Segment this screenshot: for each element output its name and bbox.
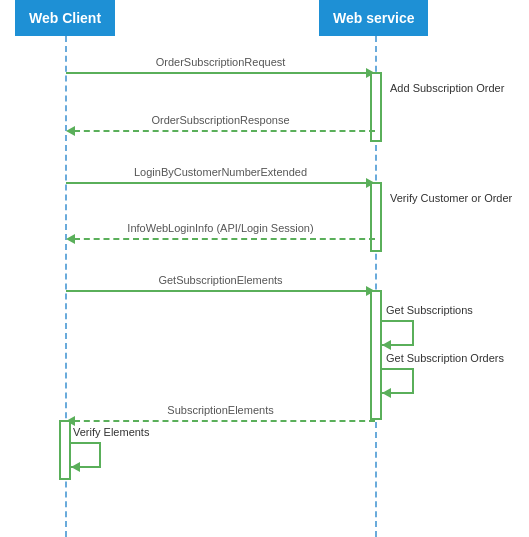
message-label-3: LoginByCustomerNumberExtended (134, 166, 307, 178)
activation-box-ws-2 (370, 182, 382, 252)
self-message-label-verify-elements: Verify Elements (73, 426, 149, 438)
message-label-5: GetSubscriptionElements (158, 274, 282, 286)
message-subscription-elements: SubscriptionElements (66, 420, 375, 422)
sequence-diagram: Web Client Web service OrderSubscription… (0, 0, 529, 537)
message-label-4: InfoWebLoginInfo (API/Login Session) (127, 222, 313, 234)
lifeline-header-webclient: Web Client (15, 0, 115, 36)
note-verify-customer: Verify Customer or Order (390, 192, 512, 204)
message-order-subscription-response: OrderSubscriptionResponse (66, 130, 375, 132)
message-info-web-login: InfoWebLoginInfo (API/Login Session) (66, 238, 375, 240)
self-message-label-subscriptions: Get Subscriptions (386, 304, 473, 316)
message-get-subscription-elements: GetSubscriptionElements (66, 290, 375, 292)
activation-box-wc-1 (59, 420, 71, 480)
note-add-subscription-order: Add Subscription Order (390, 82, 504, 94)
message-login-by-customer: LoginByCustomerNumberExtended (66, 182, 375, 184)
self-message-label-subscription-orders: Get Subscription Orders (386, 352, 504, 364)
message-label-1: OrderSubscriptionRequest (156, 56, 286, 68)
message-order-subscription-request: OrderSubscriptionRequest (66, 72, 375, 74)
message-label-2: OrderSubscriptionResponse (151, 114, 289, 126)
lifeline-header-webservice: Web service (319, 0, 428, 36)
message-label-6: SubscriptionElements (167, 404, 273, 416)
activation-box-ws-3 (370, 290, 382, 420)
